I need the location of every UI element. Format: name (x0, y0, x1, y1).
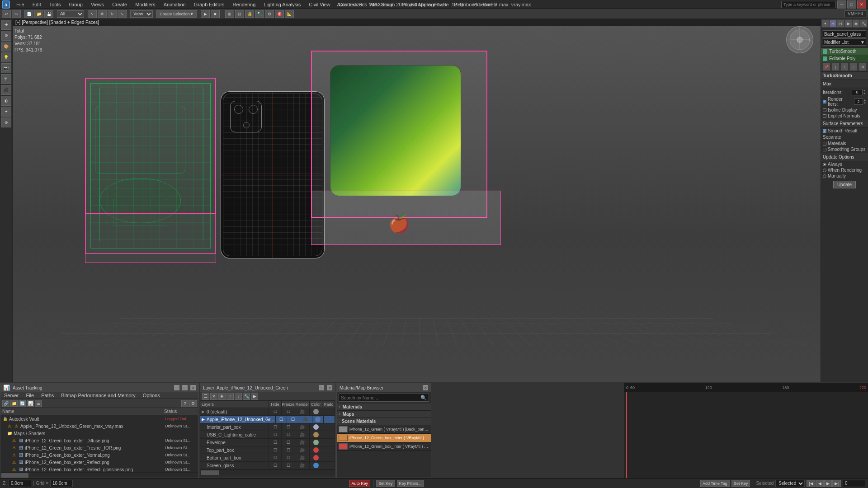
asset-item-vault[interactable]: 🔒 Autodesk Vault Logged Out (0, 415, 198, 422)
render-iters-input[interactable] (854, 99, 863, 105)
obj-phone[interactable] (221, 91, 325, 258)
layer-help-btn[interactable]: ? (319, 385, 324, 390)
lt4[interactable]: 💡 (1, 52, 11, 62)
key-filters-btn[interactable]: Key Filters... (397, 480, 424, 487)
always-radio[interactable] (823, 163, 826, 166)
redo-btn[interactable]: ↪ (12, 10, 21, 18)
asset-menu-server[interactable]: Server (2, 393, 20, 398)
set-key-btn[interactable]: Set Key (376, 480, 395, 487)
lt3[interactable]: 🎨 (1, 42, 11, 52)
render-iters-spinner[interactable]: ▲ ▼ (854, 99, 866, 105)
asset-tb5[interactable]: ☰ (35, 400, 42, 407)
save-btn[interactable]: 💾 (44, 10, 53, 18)
menu-edit[interactable]: Edit (29, 1, 45, 8)
materials-section[interactable]: + Materials (337, 404, 431, 411)
nav-next-btn[interactable]: ▶| (832, 480, 841, 487)
layer-item-5[interactable]: Top_part_box ☐ ☐ 🎥 (200, 446, 335, 454)
nav-prev-btn[interactable]: |◀ (807, 480, 815, 487)
new-btn[interactable]: 📄 (24, 10, 33, 18)
select-btn[interactable]: ↖ (88, 10, 97, 18)
iterations-down[interactable]: ▼ (863, 92, 866, 95)
timeline-playhead[interactable] (626, 392, 627, 478)
menu-create[interactable]: Create (108, 1, 131, 8)
rpanel-icon-motion[interactable]: ▶ (845, 20, 852, 27)
move-btn[interactable]: ✥ (98, 10, 107, 18)
smooth-result-checkbox[interactable]: ✓ (823, 129, 826, 133)
layer-tb1[interactable]: ☰ (202, 393, 209, 400)
play-btn[interactable]: ▶ (201, 10, 210, 18)
asset-h-scrollbar[interactable] (0, 472, 198, 478)
render-iters-checkbox[interactable]: ✓ (823, 100, 826, 103)
rpanel-icon-utilities[interactable]: 🔧 (860, 20, 867, 27)
tb6[interactable]: 🎯 (275, 10, 284, 18)
mat-item-3[interactable]: iPhone_12_Green_box_inter ( VRayMtl ) [E… (337, 442, 431, 451)
asset-tb4[interactable]: 📊 (27, 400, 34, 407)
material-search-box[interactable]: 🔍 (339, 394, 429, 402)
material-close-btn[interactable]: ✕ (423, 385, 428, 390)
layer-item-6[interactable]: Bottom_part_box ☐ ☐ 🎥 (200, 454, 335, 462)
layer-h-scrollbar[interactable] (200, 469, 335, 475)
maximize-btn[interactable]: □ (847, 0, 856, 9)
layer-item-1[interactable]: ▶ Apple_iPhone_12_Unboxed_Gr... ☐ ☐ 🎥 (200, 416, 335, 423)
add-time-tag-btn[interactable]: Add Time Tag (700, 480, 730, 487)
asset-panel-content[interactable]: 🔒 Autodesk Vault Logged Out ⚠ ⚠ Apple_iP… (0, 415, 198, 472)
nav-play-btn[interactable]: ▶ (824, 480, 832, 487)
when-rendering-radio[interactable] (823, 169, 826, 172)
asset-menu-options[interactable]: Options (141, 393, 162, 398)
statusbar-z-field[interactable]: 0,0cm (9, 480, 31, 487)
viewport-gizmo[interactable]: Y X (786, 26, 813, 53)
modifier-list-dropdown[interactable]: Modifier List ▼ (823, 38, 866, 46)
mat-item-2[interactable]: iPhone_12_Green_box_exter ( VRayMtl ) [B… (337, 434, 431, 442)
lt6[interactable]: 〒 (1, 74, 11, 84)
mod-pin-btn[interactable]: 📌 (823, 63, 830, 70)
rpanel-icon-display[interactable]: ◉ (853, 20, 859, 27)
tb7[interactable]: 📐 (285, 10, 294, 18)
tb2[interactable]: ⊟ (235, 10, 244, 18)
layer-item-2[interactable]: Interior_part_box ☐ ☐ 🎥 (200, 423, 335, 431)
maps-section[interactable]: + Maps (337, 411, 431, 418)
materials-checkbox[interactable] (823, 142, 826, 145)
search-input[interactable] (781, 1, 835, 8)
rpanel-icon-hierarchy[interactable]: H (837, 20, 844, 27)
iterations-arrows[interactable]: ▲ ▼ (863, 89, 866, 95)
menu-animation[interactable]: Animation (160, 1, 189, 8)
asset-item-img3[interactable]: ⚠ 🖼 iPhone_12_Green_box_exter_Normal.png… (0, 451, 198, 459)
mat-item-1[interactable]: iPhone_12_Green ( VRayMtl ) [Back_panel_… (337, 425, 431, 434)
asset-item-file[interactable]: ⚠ ⚠ Apple_iPhone_12_Unboxed_Green_max_vr… (0, 422, 198, 430)
layer-tb2[interactable]: ✕ (210, 393, 217, 400)
menu-graph-editors[interactable]: Graph Editors (190, 1, 228, 8)
render-iters-up[interactable]: ▲ (863, 99, 866, 102)
layer-item-0[interactable]: ▶ 0 (default) ☐ ☐ 🎥 (200, 408, 335, 416)
render-iters-down[interactable]: ▼ (863, 102, 866, 105)
asset-item-img5[interactable]: ⚠ 🖼 iPhone_12_Green_box_exter_Reflect_gl… (0, 466, 198, 472)
scene-materials-section[interactable]: - Scene Materials (337, 418, 431, 425)
menu-modifiers[interactable]: Modifiers (132, 1, 159, 8)
auto-key-btn[interactable]: Auto Key (349, 480, 370, 487)
lt9[interactable]: ✦ (1, 107, 11, 117)
undo-btn[interactable]: ↩ (2, 10, 11, 18)
menu-lighting[interactable]: Lighting Analysis (260, 1, 304, 8)
isoline-checkbox[interactable] (823, 108, 826, 112)
rpanel-icon-modify[interactable]: M (830, 20, 836, 27)
asset-item-maps[interactable]: 📁 Maps / Shaders (0, 430, 198, 437)
iterations-input[interactable] (852, 89, 863, 95)
tb1[interactable]: ⊞ (225, 10, 234, 18)
menu-group[interactable]: Group (65, 1, 86, 8)
nav-prev2-btn[interactable]: ◀ (816, 480, 824, 487)
iterations-up[interactable]: ▲ (863, 89, 866, 92)
menu-file[interactable]: File (13, 1, 28, 8)
viewport[interactable]: [+] [Perspective] [Shaded + Edged Faces]… (13, 19, 821, 382)
rpanel-icon-create[interactable]: ✦ (822, 20, 829, 27)
explicit-normals-checkbox[interactable] (823, 114, 826, 118)
asset-help-btn[interactable]: ? (181, 400, 189, 407)
create-sel-btn[interactable]: Create Selection▼ (156, 10, 197, 18)
mod-ep-checkbox[interactable] (823, 56, 827, 61)
asset-menu-file[interactable]: File (24, 393, 36, 398)
asset-tb3[interactable]: 🔄 (19, 400, 26, 407)
tb5[interactable]: ⚙ (265, 10, 274, 18)
lt2[interactable]: ⚙ (1, 31, 11, 41)
smoothing-groups-checkbox[interactable] (823, 148, 826, 151)
mod-settings-btn[interactable]: ⚙ (859, 63, 866, 70)
layer-tb7[interactable]: ▶ (251, 393, 258, 400)
render-iters-arrows[interactable]: ▲ ▼ (863, 99, 866, 105)
